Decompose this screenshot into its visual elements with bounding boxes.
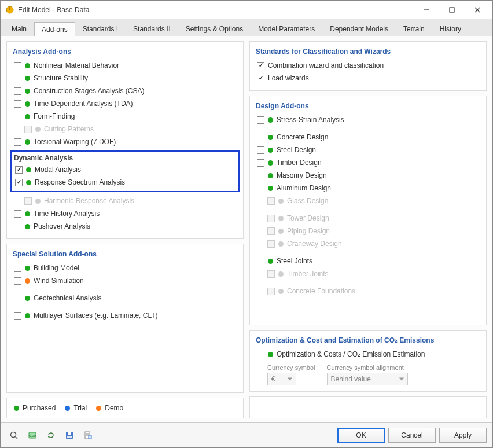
svg-point-6 xyxy=(11,432,16,437)
tab-model-parameters[interactable]: Model Parameters xyxy=(251,21,322,36)
panel-header-special: Special Solution Add-ons xyxy=(13,250,237,258)
checkbox-building-model[interactable] xyxy=(14,265,21,272)
checkbox-timber-joints xyxy=(267,270,275,278)
svg-line-7 xyxy=(16,436,18,439)
checkbox-time-history[interactable] xyxy=(14,210,21,218)
checkbox-load-wizards[interactable] xyxy=(257,75,264,82)
row-timber-joints: Timber Joints xyxy=(256,267,480,280)
tab-settings-options[interactable]: Settings & Options xyxy=(178,21,251,36)
tab-standards-2[interactable]: Standards II xyxy=(126,21,178,36)
tab-main[interactable]: Main xyxy=(4,21,34,36)
legend-panel: Purchased Trial Demo xyxy=(6,398,244,418)
checkbox-glass-design xyxy=(267,197,275,205)
tab-dependent-models[interactable]: Dependent Models xyxy=(322,21,396,36)
status-dot-icon xyxy=(278,241,284,247)
row-torsional: Torsional Warping (7 DOF) xyxy=(13,135,237,148)
tab-standards-1[interactable]: Standards I xyxy=(75,21,126,36)
status-dot-icon xyxy=(25,139,30,145)
label-currency-alignment: Currency symbol alignment xyxy=(327,364,408,371)
select-currency-alignment[interactable]: Behind value xyxy=(327,373,408,385)
status-dot-icon xyxy=(25,89,30,94)
checkbox-response-spectrum[interactable] xyxy=(15,179,23,186)
label-timber-joints: Timber Joints xyxy=(287,270,329,278)
ok-button[interactable]: OK xyxy=(337,428,385,443)
label-load-wizards: Load wizards xyxy=(268,74,309,82)
panel-header-optimization: Optimization & Cost and Estimation of CO… xyxy=(256,336,480,344)
status-dot-icon xyxy=(25,296,30,301)
row-piping-design: Piping Design xyxy=(256,225,480,237)
footer-tool-units-icon[interactable]: 0,00 xyxy=(25,428,40,443)
checkbox-geotechnical[interactable] xyxy=(14,295,21,302)
label-timber-design: Timber Design xyxy=(277,159,322,167)
tab-addons[interactable]: Add-ons xyxy=(34,22,75,36)
svg-rect-18 xyxy=(89,435,91,439)
checkbox-pushover[interactable] xyxy=(14,223,21,230)
optimization-subrow: Currency symbol € Currency symbol alignm… xyxy=(256,364,480,385)
svg-text:0,00: 0,00 xyxy=(29,434,36,438)
checkbox-masonry-design[interactable] xyxy=(257,172,264,179)
checkbox-harmonic xyxy=(24,197,32,205)
footer-tool-refresh-icon[interactable] xyxy=(43,428,58,443)
minimize-button[interactable] xyxy=(414,1,439,19)
label-aluminum-design: Aluminum Design xyxy=(277,184,331,192)
checkbox-steel-joints[interactable] xyxy=(257,258,264,265)
checkbox-stability[interactable] xyxy=(14,75,21,82)
checkbox-formfinding[interactable] xyxy=(14,113,21,120)
checkbox-concrete-foundations xyxy=(267,288,275,295)
checkbox-multilayer[interactable] xyxy=(14,312,21,320)
row-optimization: Optimization & Costs / CO₂ Emission Esti… xyxy=(256,348,480,361)
checkbox-optimization[interactable] xyxy=(257,351,264,358)
checkbox-steel-design[interactable] xyxy=(257,146,264,154)
svg-rect-12 xyxy=(68,432,71,435)
row-masonry-design: Masonry Design xyxy=(256,169,480,182)
label-concrete-design: Concrete Design xyxy=(277,133,328,141)
checkbox-wind-simulation[interactable] xyxy=(14,277,21,285)
ok-button-label: OK xyxy=(356,431,366,439)
legend-label-demo: Demo xyxy=(105,404,123,412)
status-dot-icon xyxy=(278,216,284,221)
row-tower-design: Tower Design xyxy=(256,212,480,225)
checkbox-concrete-design[interactable] xyxy=(257,134,264,141)
close-button[interactable] xyxy=(465,1,490,19)
row-wind-simulation: Wind Simulation xyxy=(13,274,237,287)
status-dot-icon xyxy=(65,406,70,411)
footer-tool-save-icon[interactable] xyxy=(62,428,77,443)
status-dot-icon xyxy=(25,63,30,68)
select-currency-symbol[interactable]: € xyxy=(267,373,296,385)
apply-button[interactable]: Apply xyxy=(439,428,487,443)
row-multilayer: Multilayer Surfaces (e.g. Laminate, CLT) xyxy=(13,309,237,322)
status-dot-icon xyxy=(268,186,273,191)
app-icon xyxy=(5,5,14,14)
status-dot-icon xyxy=(25,211,30,216)
titlebar: Edit Model - Base Data xyxy=(1,1,492,19)
row-cutting: Cutting Patterns xyxy=(13,123,237,135)
row-csa: Construction Stages Analysis (CSA) xyxy=(13,85,237,97)
status-dot-icon xyxy=(96,406,101,411)
checkbox-stress-strain[interactable] xyxy=(257,116,264,124)
checkbox-combination-wizard[interactable] xyxy=(257,62,264,69)
checkbox-modal[interactable] xyxy=(15,166,23,174)
svg-rect-13 xyxy=(67,436,72,438)
label-pushover: Pushover Analysis xyxy=(34,222,90,230)
cancel-button[interactable]: Cancel xyxy=(388,428,436,443)
panel-header-design: Design Add-ons xyxy=(256,102,480,110)
maximize-button[interactable] xyxy=(439,1,465,19)
checkbox-aluminum-design[interactable] xyxy=(257,185,264,192)
label-steel-joints: Steel Joints xyxy=(277,257,312,265)
label-craneway-design: Craneway Design xyxy=(287,240,342,248)
footer-tool-magnify-icon[interactable] xyxy=(6,428,21,443)
checkbox-timber-design[interactable] xyxy=(257,159,264,167)
checkbox-torsional[interactable] xyxy=(14,138,21,146)
label-tda: Time-Dependent Analysis (TDA) xyxy=(34,100,133,108)
checkbox-cutting xyxy=(24,126,32,133)
tab-history[interactable]: History xyxy=(432,21,469,36)
checkbox-tda[interactable] xyxy=(14,100,21,108)
panel-header-standards: Standards for Classification and Wizards xyxy=(256,47,480,56)
footer-tool-report-icon[interactable] xyxy=(80,428,95,443)
checkbox-csa[interactable] xyxy=(14,87,21,95)
right-column: Standards for Classification and Wizards… xyxy=(249,41,487,418)
tab-terrain[interactable]: Terrain xyxy=(396,21,432,36)
checkbox-nonlinear[interactable] xyxy=(14,62,21,69)
status-dot-icon xyxy=(26,167,31,172)
svg-rect-1 xyxy=(9,7,10,10)
